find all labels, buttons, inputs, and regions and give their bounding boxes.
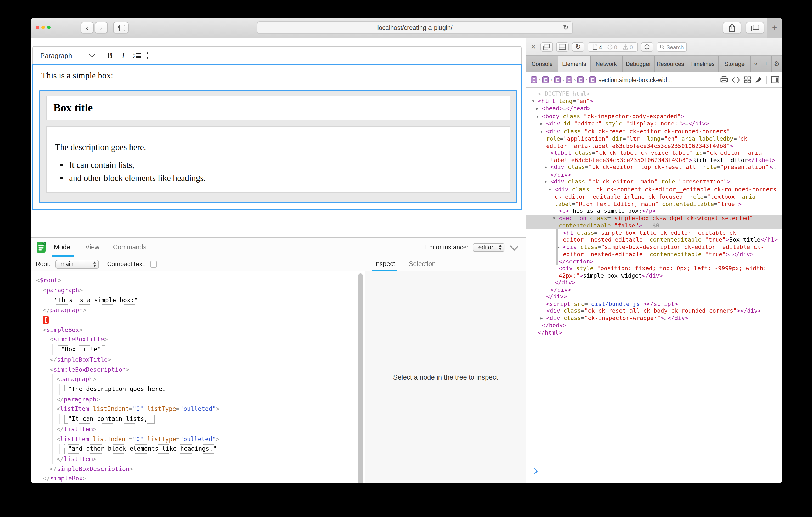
inspect-tab-inspect[interactable]: Inspect (374, 257, 395, 271)
model-tree-node[interactable]: <$root> (36, 275, 365, 285)
layout-grid-icon[interactable] (744, 76, 751, 83)
collapse-triangle-icon[interactable]: ▼ (541, 128, 546, 135)
simple-box-title[interactable]: Box title (46, 96, 510, 120)
breadcrumb-element-badge[interactable]: E (589, 76, 596, 83)
sidebar-button[interactable] (113, 22, 129, 33)
zoom-window-button[interactable] (47, 26, 51, 29)
model-tree-node[interactable]: <listItem listIndent="0" listType="bulle… (57, 434, 365, 444)
breadcrumb-label[interactable]: section.simple-box.ck-wid… (598, 77, 673, 83)
collapse-triangle-icon[interactable]: ▼ (536, 113, 542, 120)
bulleted-list-button[interactable] (144, 49, 157, 62)
dom-tree-line[interactable]: ▼<div class="ck ck-editor__main" role="p… (526, 178, 782, 186)
dom-tree-line[interactable]: </div> (526, 279, 782, 286)
dom-tree-line[interactable]: ▶<div id="editor" style="display: none;"… (526, 120, 782, 128)
simple-box-description[interactable]: The description goes here. It can contai… (46, 126, 510, 193)
element-picker-button[interactable] (641, 42, 654, 52)
more-tabs-button[interactable]: » (751, 56, 761, 71)
minimize-window-button[interactable] (41, 26, 45, 29)
details-sidebar-toggle-icon[interactable] (771, 76, 779, 83)
dashboard-group[interactable]: 4 0 (587, 42, 638, 52)
dom-tree-line[interactable]: </body> (526, 322, 782, 329)
dom-tree-line[interactable]: </html> (526, 329, 782, 336)
dock-devtools-button[interactable] (556, 42, 569, 52)
new-tab-button[interactable]: + (767, 18, 782, 38)
model-tree-node-close[interactable]: </paragraph> (57, 394, 365, 404)
dom-tree-line[interactable]: ▼<section class="simple-box ck-widget ck… (526, 215, 782, 229)
devtools-tab-elements[interactable]: Elements (558, 56, 591, 71)
dom-tree-line[interactable]: <!DOCTYPE html> (526, 90, 782, 97)
add-tab-button[interactable]: + (761, 56, 772, 71)
model-tree-node[interactable]: <simpleBox> (43, 325, 365, 335)
devtools-tab-console[interactable]: Console (526, 56, 558, 71)
numbered-list-button[interactable]: 1 2 (130, 49, 143, 62)
breadcrumb-element-badge[interactable]: E (542, 76, 549, 83)
expand-triangle-icon[interactable]: ▶ (541, 121, 546, 128)
dom-tree-line[interactable]: ▼<html lang="en"> (526, 97, 782, 105)
model-tree-node[interactable]: <paragraph> (57, 374, 365, 385)
address-bar[interactable]: localhost/creating-a-plugin/ ↻ (257, 22, 573, 34)
dom-tree-line[interactable]: </div> (526, 293, 782, 300)
devtools-search-field[interactable]: Search (657, 42, 687, 52)
scrollbar-thumb[interactable] (358, 273, 362, 483)
model-tree-node[interactable]: <simpleBoxTitle> (50, 335, 365, 345)
inspector-tab-commands[interactable]: Commands (113, 238, 146, 257)
model-tree-node[interactable]: <paragraph> (43, 285, 365, 295)
dom-tree-line[interactable]: <div class="ck ck-reset_all ck-body ck-r… (526, 307, 782, 314)
model-text-node[interactable]: "This is a simple box:" (50, 295, 365, 305)
paragraph-dropdown[interactable]: Paragraph (40, 52, 94, 59)
close-devtools-button[interactable]: ✕ (530, 43, 536, 51)
devtools-reload-button[interactable]: ↻ (572, 42, 584, 52)
editor-paragraph[interactable]: This is a simple box: (33, 65, 521, 81)
devtools-tab-network[interactable]: Network (590, 56, 622, 71)
collapse-triangle-icon[interactable]: ▼ (553, 215, 559, 222)
expand-triangle-icon[interactable]: ▶ (541, 315, 546, 322)
dom-tree-line[interactable]: </div> (526, 286, 782, 293)
model-text-node[interactable]: "It can contain lists," (63, 414, 365, 424)
model-tree-node-close[interactable]: </listItem> (57, 454, 365, 464)
collapse-triangle-icon[interactable]: ▼ (549, 186, 555, 193)
reload-icon[interactable]: ↻ (563, 24, 569, 31)
detach-devtools-button[interactable] (541, 42, 553, 52)
styles-brush-icon[interactable] (755, 76, 762, 83)
model-text-node[interactable]: "The description goes here." (63, 384, 365, 394)
editor-instance-select[interactable]: editor (473, 243, 504, 252)
forward-button[interactable]: › (95, 22, 108, 33)
inspector-tab-model[interactable]: Model (54, 238, 72, 257)
share-button[interactable] (723, 22, 742, 33)
console-prompt[interactable] (526, 462, 782, 483)
model-tree-node[interactable]: <listItem listIndent="0" listType="bulle… (57, 404, 365, 414)
tab-overview-button[interactable] (746, 22, 764, 33)
code-brackets-icon[interactable] (732, 77, 740, 83)
dom-tree-line[interactable]: <script src="dist/bundle.js"></script> (526, 300, 782, 307)
collapse-triangle-icon[interactable]: ▼ (545, 179, 550, 186)
dom-tree-line[interactable]: ▼<body class="ck-inspector-body-expanded… (526, 113, 782, 120)
devtools-tab-timelines[interactable]: Timelines (687, 56, 719, 71)
model-text-node[interactable]: "and other block elements like headings.… (63, 444, 365, 454)
collapse-inspector-icon[interactable] (510, 242, 519, 251)
close-window-button[interactable] (36, 26, 39, 29)
settings-button[interactable]: ⚙ (772, 56, 782, 71)
print-icon[interactable] (720, 76, 728, 83)
dom-tree-line[interactable]: ▶<div class="ck ck-editor__top ck-reset_… (526, 163, 782, 178)
breadcrumb-element-badge[interactable]: E (577, 76, 584, 83)
dom-tree-line[interactable]: ▼<div class="ck ck-content ck-editor__ed… (526, 186, 782, 208)
collapse-triangle-icon[interactable]: ▼ (532, 98, 538, 105)
model-tree-node[interactable]: <simpleBoxDescription> (50, 365, 365, 374)
back-button[interactable]: ‹ (81, 22, 94, 33)
devtools-tab-resources[interactable]: Resources (655, 56, 687, 71)
dom-tree-line[interactable]: <div style="position: fixed; top: 0px; l… (526, 265, 782, 279)
model-tree-node-close[interactable]: </listItem> (57, 424, 365, 434)
dom-tree-line[interactable]: ▶<div class="ck-inspector-wrapper">…</di… (526, 314, 782, 322)
breadcrumb-element-badge[interactable]: E (530, 76, 537, 83)
expand-triangle-icon[interactable]: ▶ (545, 164, 550, 171)
inspector-tab-view[interactable]: View (85, 238, 99, 257)
breadcrumb-element-badge[interactable]: E (566, 76, 572, 83)
bold-button[interactable]: B (103, 49, 116, 62)
model-tree-node-close[interactable]: </simpleBox> (43, 474, 365, 483)
model-tree-node-close[interactable]: </simpleBoxDescription> (50, 464, 365, 474)
dom-tree-line[interactable]: ▶<div class="simple-box-description ck-e… (526, 243, 782, 258)
expand-triangle-icon[interactable]: ▶ (557, 244, 563, 251)
breadcrumb-element-badge[interactable]: E (554, 76, 560, 83)
model-text-node[interactable]: "Box title" (57, 345, 365, 355)
inspect-tab-selection[interactable]: Selection (409, 257, 436, 271)
